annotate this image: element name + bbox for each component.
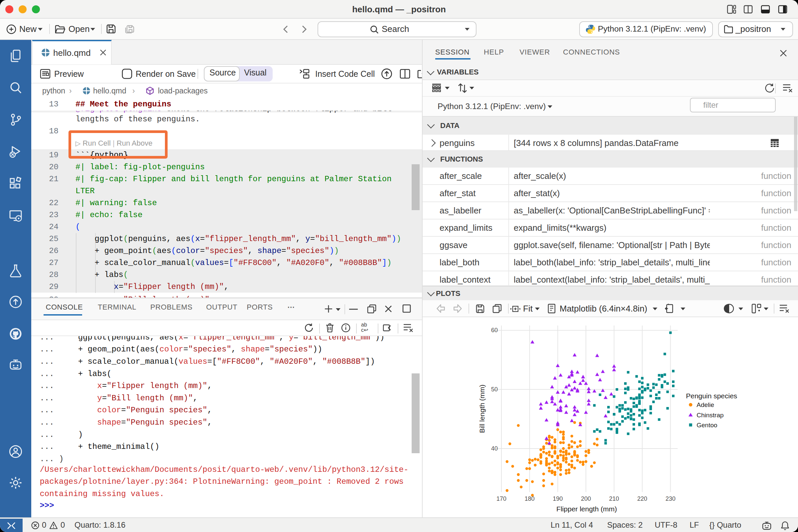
svg-text:Gentoo: Gentoo <box>697 422 717 429</box>
svg-text:210: 210 <box>609 495 619 502</box>
svg-text:230: 230 <box>665 495 675 502</box>
svg-text:Bill length (mm): Bill length (mm) <box>478 384 486 433</box>
svg-text:Penguin species: Penguin species <box>686 392 737 400</box>
svg-text:60: 60 <box>491 327 498 334</box>
svg-text:180: 180 <box>525 495 535 502</box>
svg-text:Chinstrap: Chinstrap <box>697 412 723 419</box>
svg-text:190: 190 <box>553 495 563 502</box>
svg-text:40: 40 <box>491 445 498 452</box>
svg-text:50: 50 <box>491 386 498 393</box>
svg-text:200: 200 <box>581 495 591 502</box>
svg-text:220: 220 <box>638 495 647 502</box>
svg-text:Adelie: Adelie <box>697 401 714 408</box>
svg-text:170: 170 <box>496 495 507 502</box>
svg-text:Flipper length (mm): Flipper length (mm) <box>556 505 617 513</box>
